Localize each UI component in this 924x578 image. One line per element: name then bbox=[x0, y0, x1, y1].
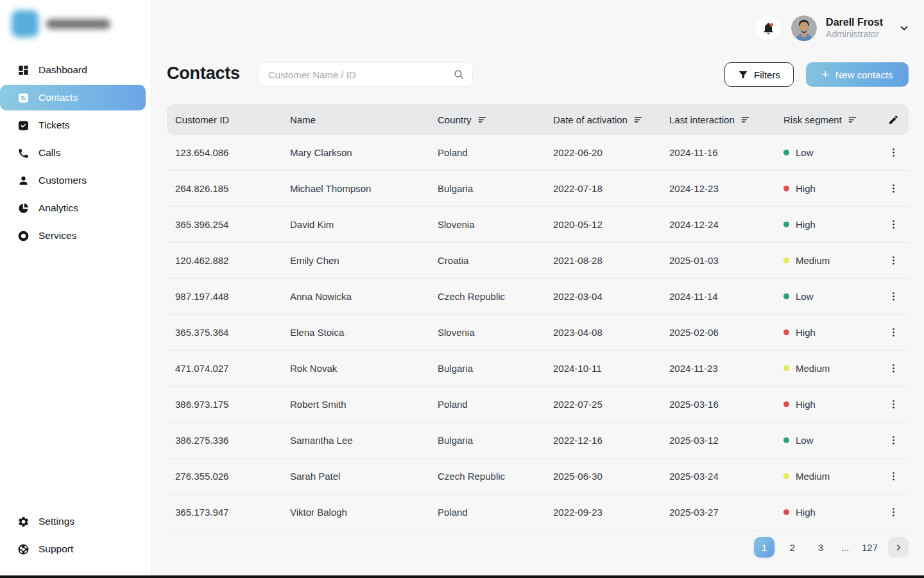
sidebar-item-label: Calls bbox=[38, 147, 60, 159]
services-icon bbox=[17, 230, 30, 242]
sort-icon[interactable] bbox=[740, 115, 750, 125]
cell-risk-segment: Medium bbox=[776, 363, 878, 374]
pagination: 123...127 bbox=[754, 537, 909, 557]
cell-customer-id: 365.396.254 bbox=[167, 219, 282, 230]
search-input[interactable] bbox=[268, 69, 453, 80]
cell-country: Slovenia bbox=[430, 327, 545, 338]
page-button-2[interactable]: 2 bbox=[782, 537, 803, 557]
sidebar-item-customers[interactable]: Customers bbox=[0, 168, 151, 193]
cell-activation-date: 2022-12-16 bbox=[545, 435, 662, 446]
cell-risk-segment: Low bbox=[776, 435, 878, 446]
risk-dot bbox=[783, 437, 789, 443]
row-menu-button[interactable] bbox=[886, 396, 902, 412]
cell-name: Anna Nowicka bbox=[282, 291, 430, 302]
user-role: Administrator bbox=[826, 29, 883, 40]
row-menu-button[interactable] bbox=[886, 504, 902, 520]
sidebar-item-contacts[interactable]: Contacts bbox=[0, 85, 146, 110]
cell-risk-segment: Medium bbox=[776, 471, 878, 482]
row-menu-button[interactable] bbox=[886, 144, 902, 161]
page-button-1[interactable]: 1 bbox=[754, 537, 774, 557]
cell-last-interaction: 2025-01-03 bbox=[662, 255, 776, 266]
cell-name: Mary Clarkson bbox=[282, 147, 430, 158]
risk-label: Medium bbox=[796, 363, 830, 374]
filters-button[interactable]: Filters bbox=[724, 62, 794, 87]
cell-activation-date: 2025-06-30 bbox=[545, 471, 662, 482]
cell-last-interaction: 2025-02-06 bbox=[662, 327, 776, 338]
notifications-button[interactable] bbox=[756, 16, 780, 40]
row-menu-button[interactable] bbox=[886, 360, 902, 376]
user-info[interactable]: Darell Frost Administrator bbox=[826, 16, 883, 40]
table-row: 365.173.947 Viktor Balogh Poland 2022-09… bbox=[167, 495, 909, 530]
table-row: 365.396.254 David Kim Slovenia 2020-05-1… bbox=[167, 207, 909, 243]
risk-dot bbox=[783, 473, 789, 479]
calls-icon bbox=[17, 147, 30, 159]
sidebar-item-settings[interactable]: Settings bbox=[0, 509, 151, 534]
row-menu-button[interactable] bbox=[886, 216, 902, 232]
cell-customer-id: 276.355.026 bbox=[167, 471, 282, 482]
cell-last-interaction: 2024-11-16 bbox=[662, 147, 776, 158]
next-page-button[interactable] bbox=[888, 537, 909, 557]
cell-activation-date: 2024-10-11 bbox=[545, 363, 662, 374]
sidebar-nav: Dashboard Contacts Tickets Calls Custome… bbox=[0, 57, 151, 250]
edit-columns-button[interactable] bbox=[887, 113, 900, 127]
cell-customer-id: 123.654.086 bbox=[167, 147, 282, 158]
risk-dot bbox=[783, 150, 789, 155]
row-menu-button[interactable] bbox=[886, 432, 902, 448]
cell-risk-segment: High bbox=[776, 327, 878, 338]
sidebar-item-services[interactable]: Services bbox=[0, 223, 151, 249]
sidebar-item-label: Support bbox=[38, 543, 73, 555]
cell-customer-id: 264.826.185 bbox=[167, 183, 282, 194]
customers-icon bbox=[17, 175, 30, 187]
bottom-edge-bar bbox=[0, 575, 924, 578]
page-button-3[interactable]: 3 bbox=[810, 537, 831, 557]
analytics-icon bbox=[17, 202, 30, 215]
sidebar-item-calls[interactable]: Calls bbox=[0, 140, 151, 166]
kebab-icon bbox=[888, 147, 899, 158]
risk-dot bbox=[783, 365, 789, 371]
sidebar-item-label: Analytics bbox=[38, 202, 78, 214]
cell-name: Samantha Lee bbox=[282, 435, 430, 446]
chevron-down-icon bbox=[898, 22, 910, 34]
sidebar-item-label: Customers bbox=[38, 175, 87, 186]
risk-label: Low bbox=[796, 435, 814, 446]
user-avatar[interactable] bbox=[791, 15, 817, 41]
cell-name: Rok Novak bbox=[282, 363, 430, 374]
cell-risk-segment: Low bbox=[776, 147, 878, 158]
cell-name: Robert Smith bbox=[282, 399, 430, 410]
cell-risk-segment: Medium bbox=[776, 255, 878, 266]
risk-dot bbox=[783, 401, 789, 407]
sidebar-item-support[interactable]: Support bbox=[0, 536, 151, 562]
new-contacts-button[interactable]: + New contacts bbox=[806, 62, 909, 87]
col-risk-segment: Risk segment bbox=[776, 114, 878, 125]
user-menu-chevron[interactable] bbox=[898, 22, 910, 34]
kebab-icon bbox=[888, 399, 899, 410]
kebab-icon bbox=[888, 471, 899, 482]
cell-last-interaction: 2025-03-16 bbox=[662, 399, 776, 410]
bell-icon bbox=[762, 22, 775, 35]
cell-customer-id: 365.173.947 bbox=[167, 507, 282, 518]
row-menu-button[interactable] bbox=[886, 324, 902, 340]
table-row: 264.826.185 Michael Thompson Bulgaria 20… bbox=[167, 171, 909, 207]
sidebar-item-tickets[interactable]: Tickets bbox=[0, 112, 151, 138]
sidebar-item-label: Services bbox=[38, 230, 76, 241]
page-button-127[interactable]: 127 bbox=[859, 537, 880, 557]
risk-dot bbox=[783, 258, 789, 263]
sort-icon[interactable] bbox=[848, 115, 857, 125]
risk-dot bbox=[783, 293, 789, 299]
table-row: 386.275.336 Samantha Lee Bulgaria 2022-1… bbox=[167, 423, 909, 459]
row-menu-button[interactable] bbox=[886, 252, 902, 268]
sidebar-item-label: Settings bbox=[38, 516, 74, 527]
row-menu-button[interactable] bbox=[886, 288, 902, 304]
row-menu-button[interactable] bbox=[886, 468, 902, 484]
kebab-icon bbox=[888, 255, 899, 266]
risk-dot bbox=[783, 222, 789, 227]
row-menu-button[interactable] bbox=[886, 180, 902, 197]
sidebar-item-analytics[interactable]: Analytics bbox=[0, 195, 151, 221]
risk-label: Medium bbox=[796, 255, 830, 266]
sidebar-item-dashboard[interactable]: Dashboard bbox=[0, 57, 151, 83]
support-icon bbox=[17, 543, 30, 556]
sort-icon[interactable] bbox=[477, 115, 487, 125]
risk-label: High bbox=[796, 327, 816, 338]
app-logo-wordmark-blurred bbox=[46, 19, 110, 29]
sort-icon[interactable] bbox=[633, 115, 643, 125]
